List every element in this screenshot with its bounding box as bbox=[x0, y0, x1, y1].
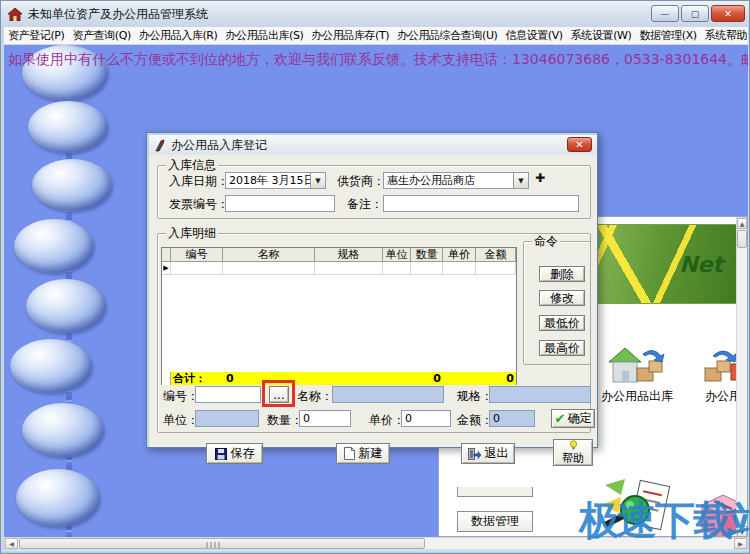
panel-vertical-scrollbar[interactable]: ▲ ▼ bbox=[736, 217, 748, 537]
invoice-input[interactable] bbox=[225, 195, 335, 212]
sphere-decoration bbox=[28, 101, 108, 153]
lowest-price-button[interactable]: 最低价 bbox=[539, 315, 585, 331]
supplier-value: 惠生办公用品商店 bbox=[384, 173, 513, 188]
amount-label: 金额： bbox=[457, 412, 493, 429]
name-label: 名称： bbox=[297, 388, 333, 405]
sphere-decoration bbox=[16, 469, 100, 527]
nav-button-label: 数据管理 bbox=[471, 513, 519, 530]
nav-button-data-management[interactable]: 数据管理 bbox=[457, 511, 533, 532]
scroll-up-icon: ▲ bbox=[740, 220, 745, 227]
menu-item-supplies-outbound[interactable]: 办公用品出库(S) bbox=[222, 28, 308, 43]
inbound-detail-group-label: 入库明细 bbox=[166, 226, 218, 240]
total-spacer bbox=[383, 372, 411, 385]
cell-name bbox=[223, 262, 315, 275]
invoice-label: 发票编号： bbox=[169, 196, 229, 213]
sphere-decoration bbox=[22, 403, 104, 457]
save-icon bbox=[215, 448, 227, 460]
menu-bar: 资产登记(P) 资产查询(Q) 办公用品入库(R) 办公用品出库(S) 办公用品… bbox=[4, 27, 748, 45]
menu-item-supplies-inbound[interactable]: 办公用品入库(R) bbox=[135, 28, 222, 43]
close-button[interactable]: ✕ bbox=[711, 5, 745, 22]
inbound-info-group-label: 入库信息 bbox=[166, 158, 218, 172]
col-header-amount: 金额 bbox=[476, 248, 516, 262]
cell-spec bbox=[315, 262, 383, 275]
supplies-outbound-shortcut-icon[interactable] bbox=[607, 344, 667, 388]
menu-item-info-settings[interactable]: 信息设置(V) bbox=[501, 28, 566, 43]
supplier-combo[interactable]: 惠生办公用品商店 ▼ bbox=[383, 172, 529, 189]
dialog-title: 办公用品入库登记 bbox=[171, 137, 267, 154]
price-input[interactable] bbox=[401, 410, 451, 427]
col-header-qty: 数量 bbox=[411, 248, 443, 262]
scroll-left-button[interactable]: ◀ bbox=[5, 538, 18, 549]
new-button[interactable]: 新建 bbox=[336, 443, 390, 464]
col-header-spec: 规格 bbox=[315, 248, 383, 262]
qty-label: 数量： bbox=[267, 412, 303, 429]
menu-item-supplies-stock[interactable]: 办公用品库存(T) bbox=[307, 28, 393, 43]
total-qty-value: 0 bbox=[411, 372, 443, 385]
total-spacer bbox=[315, 372, 383, 385]
help-button[interactable]: 帮助 bbox=[553, 439, 593, 466]
amount-field bbox=[489, 410, 535, 427]
exit-button-label: 退出 bbox=[485, 445, 509, 462]
new-document-icon bbox=[344, 447, 355, 460]
col-header-price: 单价 bbox=[443, 248, 476, 262]
check-icon: ✔ bbox=[555, 411, 566, 426]
name-field bbox=[332, 386, 444, 403]
cell-code bbox=[171, 262, 223, 275]
minimize-button[interactable]: — bbox=[651, 5, 679, 22]
thumb-grip bbox=[206, 542, 220, 549]
sphere-decoration bbox=[26, 279, 106, 333]
spec-label: 规格： bbox=[457, 388, 493, 405]
menu-item-supplies-query[interactable]: 办公用品综合查询(U) bbox=[393, 28, 501, 43]
chevron-down-icon[interactable]: ▼ bbox=[513, 173, 528, 188]
vertical-scroll-thumb[interactable] bbox=[737, 230, 747, 248]
cell-unit bbox=[383, 262, 411, 275]
scroll-left-icon: ◀ bbox=[9, 540, 14, 547]
supplies-outbound-shortcut-label[interactable]: 办公用品出库 bbox=[595, 388, 679, 405]
partial-nav-button[interactable] bbox=[457, 487, 533, 497]
date-label: 入库日期： bbox=[169, 173, 229, 190]
col-header-code: 编号 bbox=[171, 248, 223, 262]
dialog-close-button[interactable]: ✕ bbox=[567, 137, 592, 152]
window-titlebar: 未知单位资产及办公用品管理系统 — ▢ ✕ bbox=[1, 1, 750, 27]
save-button[interactable]: 保存 bbox=[206, 443, 263, 464]
row-marker-icon: ▶ bbox=[162, 262, 171, 275]
close-icon: ✕ bbox=[724, 9, 732, 19]
menu-item-asset-register[interactable]: 资产登记(P) bbox=[4, 28, 68, 43]
code-input[interactable] bbox=[195, 386, 261, 403]
cell-amount bbox=[476, 262, 516, 275]
confirm-button[interactable]: ✔ 确定 bbox=[551, 409, 595, 428]
commands-group-label: 命令 bbox=[532, 234, 560, 248]
qty-input[interactable] bbox=[299, 410, 351, 427]
note-input[interactable] bbox=[383, 195, 579, 212]
menu-item-system-help[interactable]: 系统帮助(Y) bbox=[701, 28, 748, 43]
table-row[interactable]: ▶ bbox=[162, 262, 516, 275]
dialog-icon bbox=[154, 139, 166, 152]
save-button-label: 保存 bbox=[231, 445, 255, 462]
inbound-date-combo[interactable]: 2018年 3月15日 ▼ bbox=[225, 172, 326, 189]
sphere-decoration bbox=[14, 219, 94, 273]
modify-button[interactable]: 修改 bbox=[539, 290, 585, 306]
total-selector-cell bbox=[162, 372, 171, 385]
new-button-label: 新建 bbox=[359, 445, 383, 462]
menu-item-system-settings[interactable]: 系统设置(W) bbox=[567, 28, 636, 43]
row-selector-header bbox=[162, 248, 171, 262]
menu-item-asset-query[interactable]: 资产查询(Q) bbox=[68, 28, 134, 43]
menu-item-data-management[interactable]: 数据管理(X) bbox=[635, 28, 700, 43]
marquee-support-text: 如果使用中有什么不方便或不到位的地方，欢迎与我们联系反馈。技术支持电话：1304… bbox=[8, 51, 748, 69]
horizontal-scroll-thumb[interactable] bbox=[19, 538, 425, 549]
add-supplier-button[interactable]: ✚ bbox=[535, 171, 545, 185]
inbound-registration-dialog: 办公用品入库登记 ✕ 入库信息 入库日期： 2018年 3月15日 ▼ 供货商：… bbox=[146, 132, 598, 448]
app-house-icon bbox=[8, 8, 22, 21]
supplier-label: 供货商： bbox=[337, 173, 385, 190]
total-label: 合计： bbox=[171, 372, 223, 385]
exit-button[interactable]: 退出 bbox=[461, 443, 515, 464]
chevron-down-icon[interactable]: ▼ bbox=[310, 173, 325, 188]
highest-price-button[interactable]: 最高价 bbox=[539, 340, 585, 356]
detail-table[interactable]: 编号 名称 规格 单位 数量 单价 金额 ▶ bbox=[161, 247, 517, 385]
maximize-button[interactable]: ▢ bbox=[681, 5, 709, 22]
scroll-up-button[interactable]: ▲ bbox=[737, 218, 747, 229]
code-label: 编号： bbox=[163, 388, 199, 405]
price-label: 单价： bbox=[369, 412, 405, 429]
maximize-icon: ▢ bbox=[691, 9, 700, 19]
delete-button[interactable]: 删除 bbox=[539, 266, 585, 282]
